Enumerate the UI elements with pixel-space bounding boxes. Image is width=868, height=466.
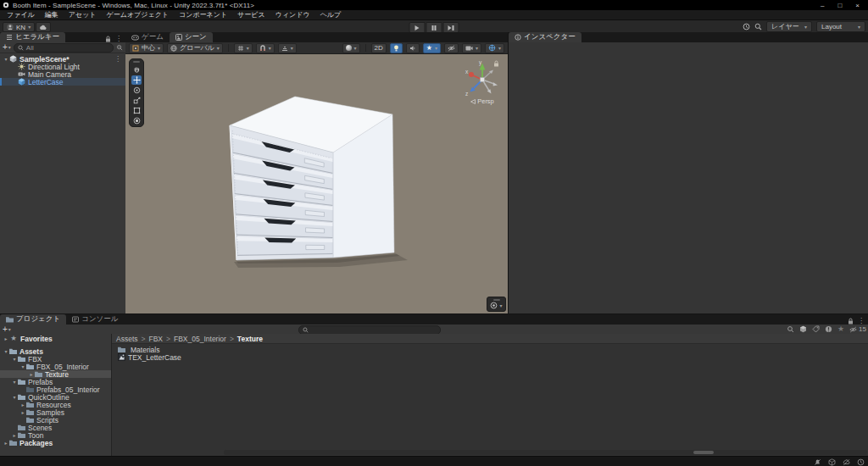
tab-game[interactable]: ゲーム	[125, 32, 170, 42]
scene-menu-icon[interactable]: ⋮	[114, 55, 125, 63]
breadcrumb-item[interactable]: FBX	[138, 335, 164, 343]
layout-dropdown[interactable]: Layout▾	[816, 21, 865, 32]
scene-visibility-toggle[interactable]	[444, 43, 459, 53]
project-panel: プロジェクト コンソール ⋮ +▾ ★	[0, 313, 868, 457]
expand-arrow[interactable]: ▾	[19, 363, 26, 369]
asset-item-materials[interactable]: Materials	[112, 346, 868, 353]
menu-item[interactable]: ゲームオブジェクト	[102, 10, 175, 19]
expand-arrow[interactable]: ▸	[19, 409, 26, 415]
project-search-input[interactable]	[311, 327, 437, 334]
projection-toggle[interactable]: Persp	[459, 97, 505, 105]
menu-item[interactable]: ヘルプ	[315, 10, 347, 19]
project-tree-item[interactable]: ▸ Texture	[0, 370, 111, 378]
package-status-icon[interactable]	[828, 458, 836, 466]
orientation-dropdown[interactable]: グローバル ▾	[167, 43, 223, 53]
expand-arrow[interactable]: ▸	[19, 402, 26, 408]
expand-arrow[interactable]: ▸	[11, 432, 18, 438]
menu-item[interactable]: サービス	[232, 10, 270, 19]
search-icon[interactable]	[754, 23, 762, 31]
close-button[interactable]: ×	[855, 2, 860, 9]
2d-toggle[interactable]: 2D	[371, 43, 387, 53]
lock-icon[interactable]	[105, 36, 111, 42]
rect-tool-button[interactable]	[131, 106, 142, 115]
tab-console[interactable]: コンソール	[66, 314, 124, 325]
notifications-muted-icon[interactable]	[814, 458, 821, 466]
cloud-services-button[interactable]	[36, 22, 51, 32]
add-gameobject-button[interactable]: +▾	[3, 43, 11, 52]
scrollbar-handle[interactable]	[693, 451, 714, 454]
progress-status-icon[interactable]	[857, 458, 865, 466]
favorites-star-icon[interactable]: ★	[837, 325, 844, 333]
project-tree-item[interactable]: Scripts	[0, 416, 111, 424]
panel-menu-icon[interactable]: ⋮	[115, 35, 122, 42]
breadcrumb-item[interactable]: Texture	[226, 335, 263, 343]
info-icon[interactable]	[825, 325, 832, 333]
label-icon[interactable]	[812, 325, 820, 333]
effects-dropdown[interactable]: ★ ▾	[423, 43, 441, 53]
gizmo-x-label[interactable]: x	[465, 69, 468, 75]
horizontal-scrollbar[interactable]	[224, 450, 867, 455]
expand-arrow[interactable]: ▾	[11, 356, 18, 362]
tab-inspector[interactable]: インスペクター	[509, 32, 581, 42]
draw-mode-dropdown[interactable]: ▾	[342, 43, 360, 53]
drag-handle[interactable]	[493, 299, 500, 301]
camera-settings-dropdown[interactable]: ▾	[462, 43, 481, 53]
add-asset-button[interactable]: +▾	[3, 325, 11, 334]
breadcrumb-item[interactable]: Assets	[116, 335, 138, 343]
increment-snap-dropdown[interactable]: ▾	[278, 43, 297, 53]
tab-hierarchy[interactable]: ヒエラルキー	[0, 32, 65, 42]
expand-arrow[interactable]: ▾	[3, 348, 9, 354]
lighting-toggle[interactable]	[390, 43, 403, 53]
hidden-items-toggle[interactable]: 15	[849, 325, 866, 333]
tab-project[interactable]: プロジェクト	[0, 314, 66, 325]
project-tree-item[interactable]: ▸ Favorites	[0, 335, 111, 342]
expand-arrow[interactable]: ▸	[3, 336, 9, 341]
hierarchy-search-input[interactable]: All	[14, 43, 114, 53]
panel-menu-icon[interactable]: ⋮	[858, 317, 865, 325]
expand-arrow[interactable]: ▾	[3, 56, 9, 62]
drag-handle[interactable]	[133, 61, 140, 63]
layers-dropdown[interactable]: レイヤー▾	[766, 21, 812, 32]
expand-arrow[interactable]: ▸	[3, 440, 9, 446]
expand-arrow[interactable]: ▸	[28, 371, 35, 377]
hierarchy-item-lettercase[interactable]: LetterCase	[0, 78, 125, 86]
gizmo-lock-icon[interactable]	[493, 60, 499, 67]
menu-item[interactable]: アセット	[64, 10, 102, 19]
gizmo-y-label[interactable]: y	[479, 59, 481, 65]
menu-item[interactable]: 編集	[40, 10, 64, 19]
project-tree-item[interactable]: ▾ Assets	[0, 347, 111, 355]
rotate-tool-button[interactable]	[131, 86, 142, 95]
menu-item[interactable]: コンポーネント	[174, 10, 232, 19]
project-tree-item[interactable]: ▸ Toon	[0, 431, 111, 439]
cloud-status-icon[interactable]	[843, 458, 850, 466]
scene-viewport[interactable]: y x z Persp ▾	[125, 54, 508, 314]
transform-tool-button[interactable]	[131, 116, 142, 125]
maximize-button[interactable]: □	[837, 2, 842, 9]
filter-icon[interactable]	[116, 44, 123, 51]
snap-settings-dropdown[interactable]: ▾	[256, 43, 275, 53]
menu-item[interactable]: ファイル	[2, 10, 40, 19]
minimize-button[interactable]: –	[821, 2, 824, 9]
tab-scene[interactable]: シーン	[170, 32, 213, 42]
view-tool-button[interactable]	[131, 65, 142, 75]
account-button[interactable]: KN ▾	[3, 22, 35, 32]
project-tree-item[interactable]: Scenes	[0, 424, 111, 431]
breadcrumb-item[interactable]: FBX_05_Interior	[163, 335, 226, 343]
undo-history-icon[interactable]	[743, 23, 750, 31]
expand-arrow[interactable]: ▾	[11, 394, 18, 400]
grid-visibility-dropdown[interactable]: ▾	[234, 43, 253, 53]
gizmo-z-label[interactable]: z	[465, 91, 468, 97]
gizmos-dropdown[interactable]: ▾	[485, 43, 504, 53]
menu-item[interactable]: ウィンドウ	[270, 10, 315, 19]
scale-tool-button[interactable]	[131, 96, 142, 105]
project-tree-item[interactable]: ▸ Packages	[0, 439, 111, 447]
lock-icon[interactable]	[848, 318, 854, 325]
audio-toggle[interactable]	[406, 43, 420, 53]
search-by-type-icon[interactable]	[787, 325, 794, 333]
expand-arrow[interactable]: ▾	[11, 379, 18, 385]
move-tool-button[interactable]	[131, 75, 142, 85]
asset-item-tex-lettercase[interactable]: TEX_LetterCase	[112, 353, 868, 361]
pivot-mode-dropdown[interactable]: 中心 ▾	[129, 43, 164, 53]
scene-camera-overlay[interactable]: ▾	[487, 297, 506, 312]
package-icon[interactable]	[799, 325, 807, 333]
